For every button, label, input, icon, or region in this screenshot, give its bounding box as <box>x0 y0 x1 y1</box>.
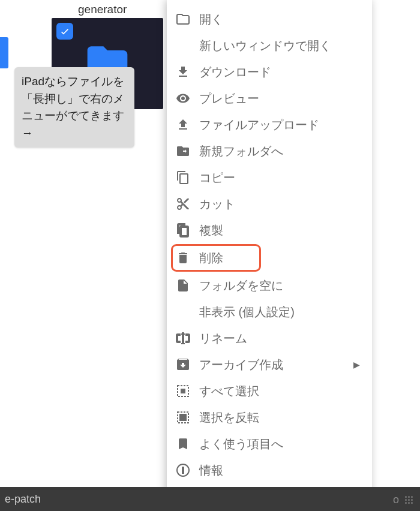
menu-item-open[interactable]: 開く <box>167 6 372 32</box>
upload-icon <box>175 117 191 133</box>
menu-item-cut[interactable]: カット <box>167 191 372 217</box>
eye-icon <box>175 91 191 106</box>
menu-item-archive[interactable]: アーカイブ作成 ▶ <box>167 351 372 378</box>
menu-item-label: コピー <box>199 170 235 186</box>
menu-item-new-folder[interactable]: 新規フォルダへ <box>167 138 372 164</box>
status-bar-left-text: e-patch <box>5 493 41 506</box>
menu-item-select-all[interactable]: すべて選択 <box>167 378 372 404</box>
menu-item-delete[interactable]: 削除 <box>172 245 260 271</box>
menu-item-label: 新規フォルダへ <box>199 143 283 160</box>
select-all-icon <box>175 383 191 399</box>
trash-icon <box>175 250 191 266</box>
menu-item-label: 選択を反転 <box>199 410 259 426</box>
resize-grip-icon[interactable] <box>405 496 413 504</box>
menu-item-label: よく使う項目へ <box>199 436 283 452</box>
menu-item-open-new-window[interactable]: 新しいウィンドウで開く <box>167 32 372 59</box>
menu-item-empty-folder[interactable]: フォルダを空に <box>167 272 372 299</box>
menu-item-label: 削除 <box>199 250 223 266</box>
svg-rect-2 <box>181 389 185 393</box>
menu-item-label: ダウンロード <box>199 64 271 80</box>
menu-item-rename[interactable]: リネーム <box>167 325 372 351</box>
folder-open-icon <box>175 11 191 27</box>
svg-rect-6 <box>182 470 184 473</box>
copy-icon <box>175 170 191 185</box>
download-icon <box>175 64 191 80</box>
info-icon <box>175 462 191 478</box>
duplicate-icon <box>175 223 191 238</box>
menu-item-label: 開く <box>199 11 223 28</box>
archive-icon <box>175 357 191 372</box>
status-bar: e-patch o <box>0 487 420 511</box>
menu-item-duplicate[interactable]: 複製 <box>167 217 372 244</box>
menu-item-label: 複製 <box>199 223 223 239</box>
menu-item-label: 非表示 (個人設定) <box>199 304 295 320</box>
menu-item-label: 新しいウィンドウで開く <box>199 38 331 54</box>
menu-item-download[interactable]: ダウンロード <box>167 59 372 85</box>
partial-folder-edge <box>0 37 8 68</box>
context-menu: 開く 新しいウィンドウで開く ダウンロード プレビュー ファイルアップロード 新… <box>167 0 372 511</box>
menu-item-favorites[interactable]: よく使う項目へ <box>167 431 372 457</box>
cut-icon <box>175 196 191 212</box>
new-folder-icon <box>175 143 191 159</box>
svg-rect-3 <box>179 414 187 421</box>
menu-item-label: 情報 <box>199 462 223 479</box>
menu-item-label: プレビュー <box>199 91 259 107</box>
instruction-tooltip: iPadならファイルを「長押し」で右のメニューがでてきます→ <box>14 67 134 148</box>
menu-item-label: ファイルアップロード <box>199 117 319 133</box>
menu-item-invert-selection[interactable]: 選択を反転 <box>167 404 372 431</box>
menu-item-label: フォルダを空に <box>199 278 283 294</box>
menu-item-info[interactable]: 情報 <box>167 457 372 483</box>
folder-label: generator <box>78 3 127 16</box>
menu-item-label: カット <box>199 196 235 212</box>
menu-item-copy[interactable]: コピー <box>167 164 372 191</box>
menu-item-label: アーカイブ作成 <box>199 357 283 373</box>
submenu-arrow-icon: ▶ <box>353 360 360 369</box>
selection-checkmark-icon <box>56 23 73 40</box>
svg-point-5 <box>182 467 184 468</box>
menu-item-preview[interactable]: プレビュー <box>167 85 372 112</box>
menu-item-hide-personal[interactable]: 非表示 (個人設定) <box>167 299 372 325</box>
empty-folder-icon <box>175 278 191 293</box>
invert-selection-icon <box>175 410 191 425</box>
status-bar-right-text: o <box>393 494 399 506</box>
menu-item-label: すべて選択 <box>199 383 259 399</box>
bookmark-icon <box>175 436 191 452</box>
menu-item-label: リネーム <box>199 330 247 347</box>
rename-icon <box>175 330 191 346</box>
menu-item-file-upload[interactable]: ファイルアップロード <box>167 112 372 138</box>
